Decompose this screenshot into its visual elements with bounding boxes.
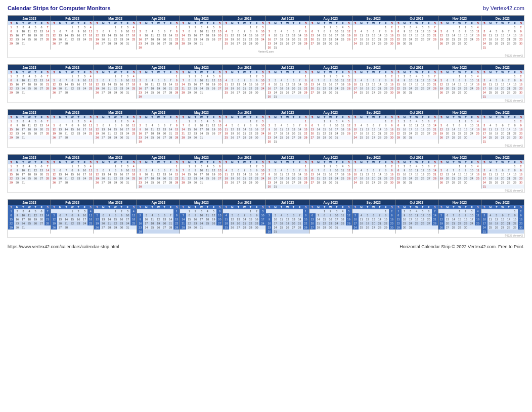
calendar-strip-strip3: Jan 2023SMTWTFS1234567891011121314151617… <box>8 109 524 148</box>
footer-url: https://www.vertex42.com/calendars/calen… <box>8 244 119 249</box>
calendar-strip-strip2: Jan 2023SMTWTFS1234567891011121314151617… <box>8 64 524 103</box>
strips-container: Jan 2023SMTWTFS1234567891011121314151617… <box>8 15 524 238</box>
page-footer: https://www.vertex42.com/calendars/calen… <box>8 244 524 249</box>
page-header: Calendar Strips for Computer Monitors by… <box>8 5 524 11</box>
calendar-strip-strip1: Jan 2023SMTWTFS1234567891011121314151617… <box>8 15 524 58</box>
page-title: Calendar Strips for Computer Monitors <box>8 5 111 11</box>
calendar-strip-strip5: Jan 2023SMTWTFS1234567891011121314151617… <box>8 199 524 238</box>
footer-copyright: Horizontal Calendar Strip © 2022 Vertex4… <box>400 244 524 249</box>
calendar-strip-strip4: Jan 2023SMTWTFS1234567891011121314151617… <box>8 154 524 193</box>
page-brand: by Vertex42.com <box>483 5 524 11</box>
